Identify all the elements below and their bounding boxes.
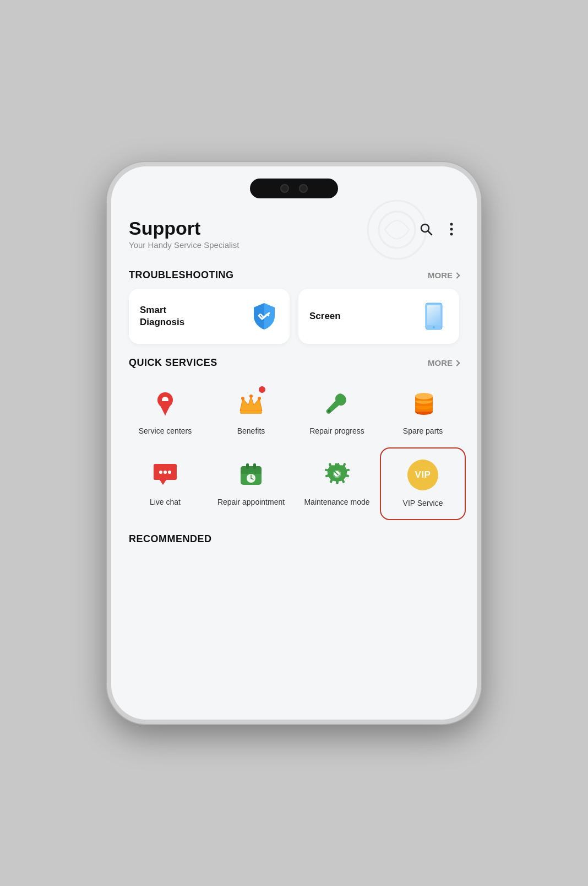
header-left: Support Your Handy Service Specialist: [129, 218, 239, 250]
spare-parts-item[interactable]: Spare parts: [380, 376, 466, 447]
camera-lens-left: [280, 184, 289, 193]
calendar-icon: [233, 456, 269, 491]
svg-point-24: [415, 393, 433, 399]
header-icons: [418, 222, 459, 237]
vip-icon: VIP: [405, 457, 440, 493]
troubleshoot-cards: SmartDiagnosis Screen: [111, 289, 477, 344]
svg-point-16: [241, 397, 244, 400]
shield-diagnosis-icon: [250, 302, 279, 331]
svg-point-17: [328, 410, 331, 413]
quick-services-title: QUICK SERVICES: [129, 357, 217, 369]
live-chat-label: Live chat: [150, 497, 181, 507]
svg-point-3: [450, 228, 453, 231]
vip-service-label: VIP Service: [403, 498, 443, 508]
benefits-item[interactable]: Benefits: [208, 376, 294, 447]
svg-point-14: [249, 395, 253, 398]
recommended-title: RECOMMENDED: [129, 533, 459, 545]
svg-rect-32: [253, 463, 256, 469]
vip-badge-text: VIP: [415, 469, 431, 480]
troubleshooting-section-header: TROUBLESHOOTING MORE: [111, 269, 477, 281]
more-options-button[interactable]: [444, 222, 459, 237]
repair-appointment-item[interactable]: Repair appointment: [208, 447, 294, 520]
benefits-label: Benefits: [237, 426, 265, 436]
smart-diagnosis-card[interactable]: SmartDiagnosis: [129, 289, 290, 344]
svg-point-10: [433, 326, 435, 328]
troubleshooting-title: TROUBLESHOOTING: [129, 269, 234, 281]
troubleshooting-more-button[interactable]: MORE: [428, 271, 459, 280]
svg-rect-9: [427, 305, 440, 325]
vip-service-item[interactable]: VIP VIP Service: [380, 447, 466, 520]
live-chat-item[interactable]: Live chat: [122, 447, 208, 520]
app-subtitle: Your Handy Service Specialist: [129, 240, 239, 250]
maintenance-mode-item[interactable]: Maintenance mode: [294, 447, 380, 520]
chat-icon: [148, 456, 183, 491]
quick-services-more-button[interactable]: MORE: [428, 358, 459, 368]
camera-lens-right: [299, 184, 308, 193]
crown-icon: [233, 385, 269, 420]
service-centers-item[interactable]: Service centers: [122, 376, 208, 447]
app-title: Support: [129, 218, 239, 239]
screen-card[interactable]: Screen: [298, 289, 459, 344]
svg-point-4: [450, 233, 453, 236]
svg-rect-31: [246, 463, 249, 469]
repair-progress-label: Repair progress: [309, 426, 364, 436]
wrench-icon: [319, 385, 355, 420]
svg-line-1: [428, 231, 432, 235]
svg-point-26: [164, 471, 167, 474]
maintenance-mode-label: Maintenance mode: [304, 497, 369, 507]
side-button: [479, 288, 481, 326]
svg-rect-13: [240, 411, 262, 414]
coins-icon: [405, 385, 440, 420]
search-button[interactable]: [418, 222, 434, 237]
app-header: Support Your Handy Service Specialist: [111, 209, 477, 256]
phone-frame: Support Your Handy Service Specialist: [107, 162, 481, 724]
quick-services-section-header: QUICK SERVICES MORE: [111, 357, 477, 369]
chevron-right-icon-2: [454, 360, 460, 366]
svg-point-25: [159, 471, 162, 474]
recommended-section: RECOMMENDED: [111, 533, 477, 545]
svg-point-27: [168, 471, 171, 474]
chevron-right-icon: [454, 272, 460, 278]
screen-icon: [420, 302, 448, 331]
repair-progress-item[interactable]: Repair progress: [294, 376, 380, 447]
quick-services-grid: Service centers Benefits: [111, 376, 477, 520]
svg-point-2: [450, 223, 453, 226]
repair-appointment-label: Repair appointment: [217, 497, 285, 507]
gear-icon: [319, 456, 355, 491]
smart-diagnosis-label: SmartDiagnosis: [140, 304, 184, 328]
service-centers-label: Service centers: [139, 426, 192, 436]
vip-circle: VIP: [407, 460, 438, 490]
svg-point-15: [258, 397, 261, 400]
camera-notch: [250, 179, 338, 198]
svg-rect-30: [241, 469, 262, 474]
screen: Support Your Handy Service Specialist: [111, 166, 477, 720]
screen-label: Screen: [309, 310, 341, 322]
location-pin-icon: [148, 385, 183, 420]
spare-parts-label: Spare parts: [403, 426, 443, 436]
